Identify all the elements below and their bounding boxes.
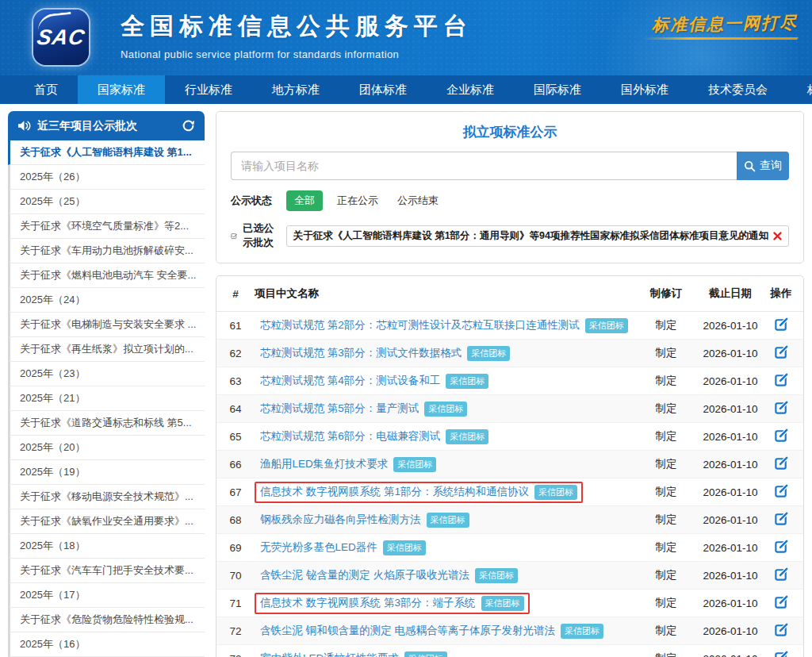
nav-item[interactable]: 首页 xyxy=(14,75,78,104)
sidebar-item[interactable]: 关于征求《人工智能语料库建设 第1... xyxy=(8,140,205,165)
edit-icon[interactable] xyxy=(774,567,789,582)
sidebar-item-label: 2025年（16） xyxy=(20,638,85,650)
project-name-link[interactable]: 渔船用LED集鱼灯技术要求 xyxy=(260,457,388,471)
table-header: # 项目中文名称 制修订 截止日期 操作 xyxy=(216,276,803,312)
search-button[interactable]: 查询 xyxy=(737,152,789,180)
row-number: 69 xyxy=(216,542,255,554)
sidebar-item[interactable]: 2025年（23） xyxy=(8,362,205,386)
project-name-link[interactable]: 芯粒测试规范 第6部分：电磁兼容测试 xyxy=(260,429,440,444)
project-name-link[interactable]: 芯粒测试规范 第3部分：测试文件数据格式 xyxy=(260,346,462,360)
adoption-badge: 采信团标 xyxy=(424,402,467,417)
sidebar-item-label: 2025年（21） xyxy=(20,392,85,404)
edit-icon[interactable] xyxy=(774,622,789,637)
content: 近三年项目公示批次 关于征求《人工智能语料库建设 第1... xyxy=(0,104,812,657)
nav-item[interactable]: 技术委员会 xyxy=(688,75,787,104)
edit-icon[interactable] xyxy=(774,594,789,609)
project-name-cell: 芯粒测试规范 第4部分：测试设备和工 采信团标 xyxy=(255,371,494,392)
refresh-icon[interactable] xyxy=(182,119,195,133)
main-nav: 首页 国家标准 行业标准 地方标准 团体标准 企业标准 国际标准 国外标准 技术… xyxy=(0,75,812,104)
col-header-name: 项目中文名称 xyxy=(255,286,638,301)
project-name-link[interactable]: 信息技术 数字视网膜系统 第3部分：端子系统 xyxy=(260,596,476,610)
project-name-link[interactable]: 含铁尘泥 铜和钡含量的测定 电感耦合等离子体原子发射光谱法 xyxy=(260,624,555,638)
edit-icon[interactable] xyxy=(774,428,789,443)
sidebar-item-label: 2025年（20） xyxy=(20,441,85,453)
nav-item[interactable]: 行业标准 xyxy=(165,75,252,104)
sidebar-item[interactable]: 关于征求《移动电源安全技术规范》... xyxy=(8,485,205,509)
sidebar-item[interactable]: 关于征求《再生纸浆》拟立项计划的... xyxy=(8,337,205,362)
sidebar-item[interactable]: 2025年（16） xyxy=(8,632,205,657)
edit-icon[interactable] xyxy=(774,650,789,657)
sidebar-item[interactable]: 2025年（19） xyxy=(8,460,205,485)
sidebar-item[interactable]: 关于征求《缺氧作业安全通用要求》... xyxy=(8,509,205,534)
nav-item[interactable]: 国外标准 xyxy=(601,75,688,104)
sidebar-item[interactable]: 2025年（17） xyxy=(8,583,205,608)
deadline-date: 2026-01-10 xyxy=(694,570,767,582)
table-row: 69 无荧光粉多基色LED器件 采信团标 制定 2026-01-10 xyxy=(216,534,803,562)
row-number: 70 xyxy=(216,570,255,582)
row-number: 61 xyxy=(216,320,255,332)
status-filter-option[interactable]: 全部 xyxy=(286,190,323,211)
revision-type: 制定 xyxy=(638,540,694,555)
project-name-link[interactable]: 无荧光粉多基色LED器件 xyxy=(260,540,377,555)
adoption-badge: 采信团标 xyxy=(446,374,488,389)
project-name-cell: 芯粒测试规范 第5部分：量产测试 采信团标 xyxy=(255,398,473,420)
sidebar-item[interactable]: 2025年（20） xyxy=(8,436,205,460)
sidebar-item[interactable]: 2025年（26） xyxy=(8,165,205,190)
project-name-link[interactable]: 芯粒测试规范 第2部分：芯粒可测性设计及芯粒互联接口连通性测试 xyxy=(260,318,580,332)
edit-icon[interactable] xyxy=(774,344,789,359)
sidebar-item[interactable]: 关于征求《危险货物危险特性检验规... xyxy=(8,608,205,632)
edit-icon[interactable] xyxy=(774,483,789,498)
nav-item[interactable]: 团体标准 xyxy=(339,75,427,104)
deadline-date: 2026-01-10 xyxy=(694,542,767,554)
site-title-block: 全国标准信息公共服务平台 National public service pla… xyxy=(121,10,473,60)
table-row: 72 含铁尘泥 铜和钡含量的测定 电感耦合等离子体原子发射光谱法 采信团标 制定… xyxy=(216,617,803,645)
edit-icon[interactable] xyxy=(774,400,789,415)
edit-icon[interactable] xyxy=(774,455,789,471)
nav-item[interactable]: 国家标准 xyxy=(78,75,165,104)
sidebar-item[interactable]: 关于征求《车用动力电池拆解破碎安... xyxy=(8,239,205,263)
nav-item[interactable]: 企业标准 xyxy=(427,75,514,104)
sidebar-item-label: 2025年（25） xyxy=(20,195,85,207)
project-name-link[interactable]: 信息技术 数字视网膜系统 第1部分：系统结构和通信协议 xyxy=(260,485,529,499)
remove-batch-icon[interactable] xyxy=(773,232,782,240)
sidebar-item[interactable]: 2025年（18） xyxy=(8,534,205,559)
project-name-link[interactable]: 含铁尘泥 铋含量的测定 火焰原子吸收光谱法 xyxy=(260,568,469,582)
project-name-link[interactable]: 芯粒测试规范 第5部分：量产测试 xyxy=(260,402,419,416)
sidebar-item-label: 关于征求《环境空气质量标准》等2... xyxy=(20,220,189,232)
sidebar-item-label: 关于征求《车用动力电池拆解破碎安... xyxy=(20,244,193,256)
adoption-badge: 采信团标 xyxy=(446,429,488,444)
sidebar-item[interactable]: 关于征求《燃料电池电动汽车 安全要... xyxy=(8,263,205,288)
project-name-link[interactable]: 室内紫外LED诱蚊灯性能要求 xyxy=(260,651,399,657)
sidebar-item-label: 2025年（18） xyxy=(20,540,85,551)
nav-item[interactable]: 国际标准 xyxy=(514,75,601,104)
sidebar-item-label: 2025年（24） xyxy=(20,294,85,305)
sidebar-item[interactable]: 关于征求《道路交通标志和标线 第5... xyxy=(8,411,205,436)
project-name-cell: 芯粒测试规范 第3部分：测试文件数据格式 采信团标 xyxy=(255,343,515,364)
deadline-date: 2026-01-10 xyxy=(694,514,767,526)
edit-icon[interactable] xyxy=(774,511,789,526)
edit-icon[interactable] xyxy=(774,539,789,554)
edit-icon[interactable] xyxy=(774,317,789,332)
sidebar-item[interactable]: 关于征求《电梯制造与安装安全要求 ... xyxy=(8,313,205,337)
table-body: 61 芯粒测试规范 第2部分：芯粒可测性设计及芯粒互联接口连通性测试 采信团标 … xyxy=(216,312,803,657)
edit-icon[interactable] xyxy=(774,372,789,387)
sidebar-item[interactable]: 关于征求《汽车车门把手安全技术要... xyxy=(8,559,205,583)
sidebar-item[interactable]: 2025年（21） xyxy=(8,386,205,411)
project-name-cell: 室内紫外LED诱蚊灯性能要求 采信团标 xyxy=(255,648,453,657)
nav-item[interactable]: 标准化人才 xyxy=(787,75,812,104)
sidebar-item[interactable]: 2025年（25） xyxy=(8,190,205,214)
status-filter-option[interactable]: 公示结束 xyxy=(397,194,439,208)
status-filter-options: 全部 正在公示 公示结束 xyxy=(286,190,458,211)
project-name-link[interactable]: 芯粒测试规范 第4部分：测试设备和工 xyxy=(260,374,440,388)
project-name-link[interactable]: 钢板残余应力磁各向异性检测方法 xyxy=(260,513,421,527)
sidebar-item[interactable]: 2025年（24） xyxy=(8,288,205,313)
deadline-date: 2026-01-10 xyxy=(694,375,767,387)
status-filter-option[interactable]: 正在公示 xyxy=(337,194,378,208)
search-row: 查询 xyxy=(231,152,789,180)
nav-item[interactable]: 地方标准 xyxy=(252,75,339,104)
project-name-input[interactable] xyxy=(231,152,737,180)
site-subtitle: National public service platform for sta… xyxy=(121,48,473,60)
sidebar-item-label: 关于征求《电梯制造与安装安全要求 ... xyxy=(20,318,196,330)
sac-logo[interactable]: SAC xyxy=(33,10,89,65)
sidebar-item[interactable]: 关于征求《环境空气质量标准》等2... xyxy=(8,214,205,239)
